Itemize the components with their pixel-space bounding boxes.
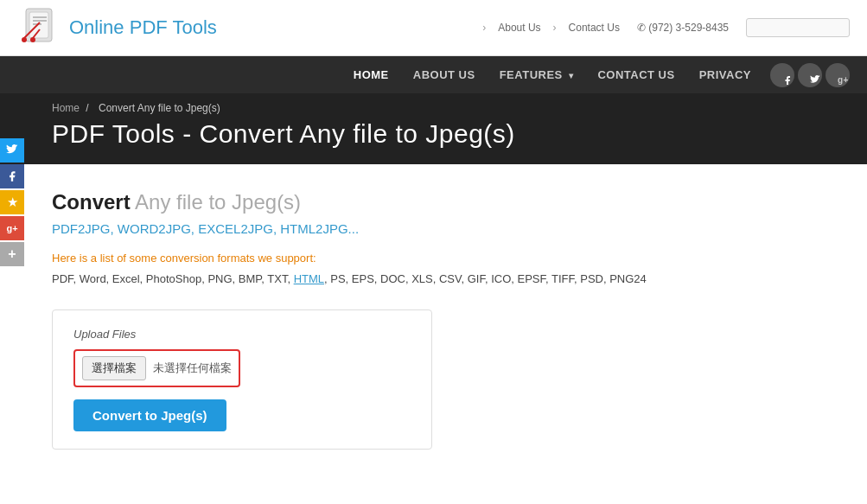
file-input-row: 選擇檔案 未選擇任何檔案 xyxy=(73,349,240,387)
search-input[interactable] xyxy=(746,18,850,37)
chevron-icon: › xyxy=(482,22,486,34)
top-bar: Online PDF Tools › About Us › Contact Us… xyxy=(0,0,867,56)
side-social-bar: ★ g+ + xyxy=(0,138,24,266)
side-twitter-btn[interactable] xyxy=(0,138,24,163)
convert-heading: Convert Any file to Jpeg(s) xyxy=(52,190,815,214)
svg-point-7 xyxy=(22,37,27,42)
nav-twitter-icon[interactable] xyxy=(798,63,822,87)
breadcrumb: Home / Convert Any file to Jpeg(s) xyxy=(52,102,815,114)
nav-bar: HOME ABOUT US FEATURES ▾ CONTACT US PRIV… xyxy=(0,56,867,93)
phone-number: ✆ (972) 3-529-8435 xyxy=(637,22,729,34)
svg-point-8 xyxy=(30,37,35,42)
formats-html[interactable]: HTML xyxy=(294,272,324,285)
convert-to-jpeg-button[interactable]: Convert to Jpeg(s) xyxy=(73,399,226,431)
contact-us-link[interactable]: Contact Us xyxy=(569,22,620,34)
file-choose-button[interactable]: 選擇檔案 xyxy=(82,356,146,380)
formats-text-2: , PS, EPS, DOC, XLS, CSV, GIF, ICO, EPSF… xyxy=(324,272,647,285)
nav-home[interactable]: HOME xyxy=(341,56,401,93)
top-links: › About Us › Contact Us xyxy=(482,22,620,34)
hero-section: Home / Convert Any file to Jpeg(s) PDF T… xyxy=(0,93,867,164)
convert-rest: Any file to Jpeg(s) xyxy=(131,190,301,214)
breadcrumb-separator: / xyxy=(86,102,92,114)
convert-bold: Convert xyxy=(52,190,131,214)
side-plus-btn[interactable]: + xyxy=(0,242,24,266)
formats-info: Here is a list of some conversion format… xyxy=(52,252,815,265)
nav-google-icon[interactable]: g+ xyxy=(826,63,850,87)
logo-text: Online PDF Tools xyxy=(69,16,217,39)
nav-about[interactable]: ABOUT US xyxy=(401,56,488,93)
breadcrumb-home[interactable]: Home xyxy=(52,102,80,114)
nav-contact[interactable]: CONTACT US xyxy=(585,56,686,93)
formats-list: PDF, Word, Excel, PhotoShop, PNG, BMP, T… xyxy=(52,270,815,289)
side-star-btn[interactable]: ★ xyxy=(0,190,24,214)
nav-features[interactable]: FEATURES ▾ xyxy=(488,56,586,93)
main-content: Convert Any file to Jpeg(s) PDF2JPG, WOR… xyxy=(0,164,867,475)
side-google-btn[interactable]: g+ xyxy=(0,216,24,240)
upload-box: Upload Files 選擇檔案 未選擇任何檔案 Convert to Jpe… xyxy=(52,309,432,450)
about-us-link[interactable]: About Us xyxy=(498,22,540,34)
file-name-label: 未選擇任何檔案 xyxy=(153,360,232,376)
social-icons: g+ xyxy=(770,63,850,87)
logo-area[interactable]: Online PDF Tools xyxy=(17,5,217,50)
side-facebook-btn[interactable] xyxy=(0,164,24,188)
chevron-icon2: › xyxy=(553,22,557,34)
convert-sublinks[interactable]: PDF2JPG, WORD2JPG, EXCEL2JPG, HTML2JPG..… xyxy=(52,221,815,236)
nav-facebook-icon[interactable] xyxy=(770,63,794,87)
top-bar-left: Online PDF Tools xyxy=(17,5,217,50)
features-dropdown-icon: ▾ xyxy=(569,71,574,80)
breadcrumb-current: Convert Any file to Jpeg(s) xyxy=(99,102,220,114)
logo-icon xyxy=(17,5,62,50)
hero-title: PDF Tools - Convert Any file to Jpeg(s) xyxy=(52,119,815,149)
svg-rect-1 xyxy=(29,12,48,38)
nav-privacy[interactable]: PRIVACY xyxy=(687,56,763,93)
formats-text-1: PDF, Word, Excel, PhotoShop, PNG, BMP, T… xyxy=(52,272,294,285)
upload-label: Upload Files xyxy=(73,328,411,341)
